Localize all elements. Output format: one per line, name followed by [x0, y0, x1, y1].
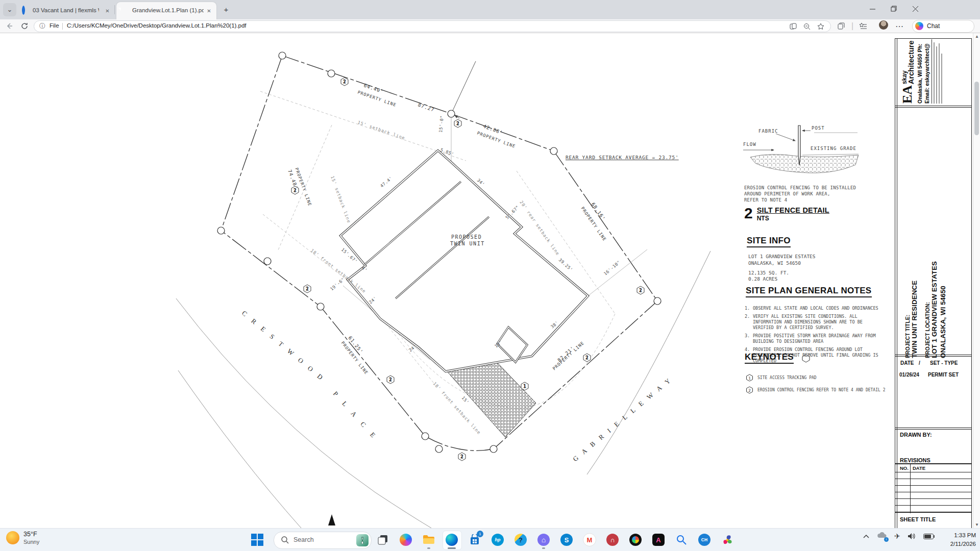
scrollbar-thumb[interactable] — [974, 82, 979, 135]
page-info-icon[interactable]: ⓘ — [39, 22, 45, 31]
svg-text:87.27: 87.27 — [417, 102, 435, 112]
task-view-icon — [377, 534, 388, 545]
copilot-chat-button[interactable]: Chat — [912, 20, 974, 33]
fine-print-line — [936, 46, 937, 104]
skype-button[interactable]: S — [560, 531, 573, 549]
file-explorer-icon — [423, 535, 435, 545]
get-help-button[interactable]: ? — [514, 531, 527, 549]
search-highlight-image[interactable] — [356, 534, 369, 546]
task-view-button[interactable] — [376, 531, 389, 549]
back-icon[interactable] — [4, 21, 14, 31]
project-title-label: PROJECT TITLE: — [904, 254, 911, 358]
svg-text:C R E S T W O O D: C R E S T W O O D — [240, 309, 327, 383]
weather-widget[interactable]: 35°F Sunny — [6, 531, 39, 545]
tab-title: 03 Vacant Land | flexmls Web — [33, 7, 99, 13]
ch-app-button[interactable]: CH — [698, 531, 711, 549]
svg-text:FABRIC: FABRIC — [758, 129, 778, 134]
window-close-button[interactable] — [904, 0, 926, 17]
det-number: 2 — [744, 206, 753, 221]
slash: / — [919, 360, 920, 366]
edge-button[interactable] — [445, 531, 458, 549]
project-location: ONALASKA, WI 54650 — [939, 254, 948, 358]
photos-app-button[interactable] — [629, 531, 642, 549]
profile-avatar[interactable] — [879, 20, 888, 30]
address-url[interactable]: C:/Users/KCMey/OneDrive/Desktop/Grandvie… — [67, 22, 247, 29]
onedrive-icon[interactable]: i — [877, 532, 887, 541]
red-app-button[interactable]: ∩ — [606, 531, 619, 549]
taskbar-clock[interactable]: 1:33 PM 2/11/2026 — [943, 531, 976, 549]
firm-address: Onalaska, WI 54650 Ph: — [917, 39, 923, 104]
file-label: File — [50, 22, 59, 29]
tray-chevron-icon[interactable] — [863, 534, 870, 539]
favorites-list-icon[interactable] — [857, 21, 868, 31]
rev-no-header: NO. — [900, 465, 909, 471]
volume-icon[interactable] — [908, 533, 916, 540]
taskbar-search[interactable]: Search — [274, 532, 372, 549]
pdf-favicon — [121, 7, 129, 14]
svg-text:P L A C E: P L A C E — [332, 390, 380, 442]
svg-text:EXISTING GRADE: EXISTING GRADE — [811, 146, 856, 151]
window-minimize-button[interactable] — [862, 0, 883, 17]
screen: ⌄ 03 Vacant Land | flexmls Web ✕ Grandvi… — [0, 0, 980, 551]
svg-text:15': 15' — [461, 395, 471, 405]
tab-pdf[interactable]: Grandview.Lot.1.Plan (1).pdf ✕ — [116, 2, 216, 19]
keynote-hexagon-icon — [801, 354, 811, 363]
help-icon: ? — [514, 534, 527, 546]
realtor-app-button[interactable]: ⌂ — [537, 531, 550, 549]
search-icon — [281, 536, 289, 544]
firm-logo: EA — [901, 85, 913, 104]
bird-app-button[interactable] — [721, 531, 734, 549]
zoom-out-icon[interactable] — [802, 22, 812, 31]
keynotes-heading-row: KEYNOTES — [745, 352, 811, 364]
gmail-button[interactable]: M — [583, 531, 596, 549]
copilot-button[interactable] — [399, 531, 412, 549]
note-item: 3.PROVIDE POSITIVE STORM WATER DRAINAGE … — [745, 333, 881, 344]
keynote-list: 1 SITE ACCESS TRACKING PAD 2 EROSION CON… — [746, 374, 885, 398]
battery-icon[interactable] — [923, 534, 935, 539]
svg-text:2: 2 — [457, 121, 459, 126]
tab-flexmls[interactable]: 03 Vacant Land | flexmls Web ✕ — [17, 2, 115, 19]
tab-search-chevron-icon[interactable]: ⌄ — [3, 3, 16, 16]
project-info-block: PROJECT TITLE: TWIN UNIT RESIDENCE PROJE… — [904, 254, 966, 358]
red-arch-icon: ∩ — [606, 534, 619, 546]
skype-icon: S — [560, 534, 573, 546]
tab-title: Grandview.Lot.1.Plan (1).pdf — [132, 7, 204, 13]
active-indicator — [448, 547, 456, 549]
address-bar[interactable]: ⓘ File C:/Users/KCMey/OneDrive/Desktop/G… — [34, 20, 831, 32]
store-button[interactable]: 1 — [468, 531, 481, 549]
scroll-down-icon[interactable]: ▼ — [975, 522, 979, 527]
svg-text:2: 2 — [640, 288, 642, 293]
tab-close-icon[interactable]: ✕ — [205, 7, 213, 15]
close-icon — [913, 6, 918, 12]
search-tool-button[interactable] — [675, 531, 688, 549]
scroll-up-icon[interactable]: ▲ — [975, 34, 979, 39]
split-screen-icon[interactable] — [789, 22, 798, 31]
pdf-scrollbar[interactable]: ▲ ▼ — [973, 33, 980, 528]
hp-app-button[interactable]: hp — [491, 531, 504, 549]
ground-hatch — [750, 154, 859, 173]
start-button[interactable] — [251, 534, 264, 546]
copilot-icon — [915, 22, 923, 30]
collections-icon[interactable] — [836, 21, 846, 31]
svg-text:REAR YARD SETBACK AVERAGE = 23: REAR YARD SETBACK AVERAGE = 23.75' — [566, 155, 679, 160]
file-explorer-button[interactable] — [422, 531, 435, 549]
favorite-star-icon[interactable] — [816, 22, 825, 31]
svg-text:2: 2 — [461, 455, 463, 459]
sunny-icon — [6, 531, 19, 544]
svg-text:PROPERTY LINE: PROPERTY LINE — [580, 206, 607, 242]
svg-text:15' setback line: 15' setback line — [330, 175, 352, 223]
svg-text:PROPOSED: PROPOSED — [451, 234, 482, 240]
tab-close-icon[interactable]: ✕ — [104, 7, 111, 15]
airplane-icon[interactable]: ✈ — [894, 532, 900, 540]
refresh-icon[interactable] — [19, 21, 30, 31]
detail-title: SILT FENCE DETAIL — [757, 206, 829, 214]
settings-menu-icon[interactable]: ⋯ — [894, 21, 904, 31]
taskbar-pinned-icons: 1 hp ? ⌂ S M ∩ — [376, 531, 734, 549]
weather-condition: Sunny — [23, 539, 39, 545]
pinwheel-icon — [629, 534, 642, 546]
project-location: LOT 1 GRANDVIEW ESTATES — [930, 254, 939, 358]
rev-date-header: DATE — [913, 465, 925, 471]
new-tab-button[interactable]: + — [220, 4, 232, 15]
window-restore-button[interactable] — [883, 0, 904, 17]
adobe-cc-button[interactable]: A — [652, 531, 665, 549]
